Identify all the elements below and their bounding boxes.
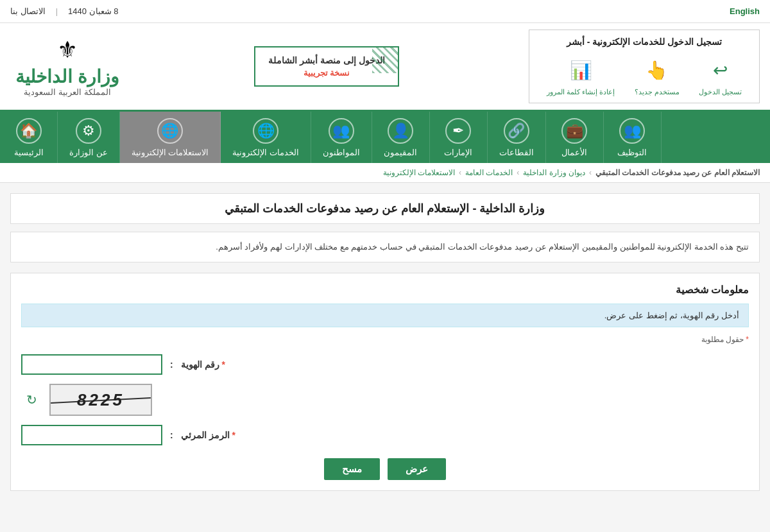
- register-icon: ↩: [705, 55, 735, 85]
- id-input[interactable]: [21, 354, 162, 375]
- id-colon: :: [170, 359, 173, 370]
- ministry-name: وزارة الداخلية: [15, 66, 119, 87]
- language-switch[interactable]: English: [730, 6, 760, 16]
- nav-mowatenoon[interactable]: 👥 المواطنون: [311, 112, 372, 163]
- breadcrumb-public-services[interactable]: الخدمات العامة: [465, 168, 513, 177]
- new-user-label: مستخدم جديد؟: [635, 88, 680, 96]
- about-icon: ⚙: [76, 118, 101, 144]
- page-description: تتيح هذه الخدمة الإلكترونية للمواطنين وا…: [10, 232, 760, 262]
- eservices-icon: 🌐: [253, 118, 278, 144]
- captcha-input[interactable]: [21, 425, 162, 445]
- nav-qetaat[interactable]: 🔗 القطاعات: [488, 112, 546, 163]
- nav-aamal[interactable]: 💼 الأعمال: [546, 112, 604, 163]
- emarat-label: الإمارات: [444, 148, 472, 157]
- page-title: وزارة الداخلية - الإستعلام العام عن رصيد…: [10, 193, 760, 224]
- absher-subtitle: نسخة تجريبية: [268, 68, 385, 78]
- nav-eservices[interactable]: 🌐 الخدمات الإلكترونية: [221, 112, 311, 163]
- reset-icon: 📊: [565, 55, 596, 85]
- aamal-icon: 💼: [561, 118, 587, 144]
- breadcrumb-sep1: ›: [459, 168, 461, 177]
- mowatenoon-label: المواطنون: [323, 148, 360, 157]
- einquiries-icon: 🌐: [157, 118, 183, 144]
- captcha-colon: :: [170, 430, 173, 440]
- new-user-icon: 👆: [642, 55, 672, 85]
- section-title: معلومات شخصية: [21, 284, 749, 296]
- nav-moqimoon[interactable]: 👤 المقيمون: [372, 112, 430, 163]
- login-icons: ↩ تسجيل الدخول 👆 مستخدم جديد؟ 📊 إعادة إن…: [540, 55, 749, 96]
- display-button[interactable]: عرض: [388, 458, 446, 480]
- nav-home[interactable]: 🏠 الرئيسية: [0, 112, 58, 163]
- captcha-row: 8225 ↻: [21, 384, 749, 416]
- nav-einquiries[interactable]: 🌐 الاستعلامات الإلكترونية: [120, 112, 221, 163]
- logo-area: ⚜ وزارة الداخلية المملكة العربية السعودي…: [0, 23, 135, 110]
- absher-banner: الدخول إلى منصة أبشر الشاملة نسخة تجريبي…: [135, 23, 518, 110]
- home-label: الرئيسية: [14, 148, 44, 157]
- id-label: * رقم الهوية: [181, 359, 227, 370]
- top-bar: English 8 شعبان 1440 | الاتصال بنا: [0, 0, 770, 23]
- header: تسجيل الدخول للخدمات الإلكترونية - أبشر …: [0, 23, 770, 112]
- nav-tozeef[interactable]: 👥 التوظيف: [604, 112, 662, 163]
- captcha-label: * الرمز المرئي: [181, 430, 237, 440]
- info-bar: أدخل رقم الهوية، ثم إضغط على عرض.: [21, 304, 749, 327]
- main-nav: 👥 التوظيف 💼 الأعمال 🔗 القطاعات ✒ الإمارا…: [0, 112, 770, 163]
- register-label: تسجيل الدخول: [699, 88, 742, 96]
- required-text: حقول مطلوبة: [701, 335, 744, 344]
- login-icon-reset[interactable]: 📊 إعادة إنشاء كلمة المرور: [547, 55, 615, 96]
- captcha-image: 8225: [49, 384, 152, 416]
- required-note: * حقول مطلوبة: [21, 335, 749, 344]
- login-box-title: تسجيل الدخول للخدمات الإلكترونية - أبشر: [540, 37, 749, 47]
- ministry-subtitle: المملكة العربية السعودية: [24, 87, 110, 97]
- login-icon-new-user[interactable]: 👆 مستخدم جديد؟: [635, 55, 680, 96]
- form-section: معلومات شخصية أدخل رقم الهوية، ثم إضغط ع…: [10, 273, 760, 491]
- separator1: |: [56, 6, 58, 16]
- eservices-label: الخدمات الإلكترونية: [232, 148, 299, 157]
- required-star: *: [746, 335, 749, 344]
- emarat-icon: ✒: [445, 118, 471, 144]
- date-label: 8 شعبان 1440: [68, 6, 118, 16]
- login-box: تسجيل الدخول للخدمات الإلكترونية - أبشر …: [529, 30, 760, 103]
- home-icon: 🏠: [16, 118, 42, 144]
- top-bar-right: 8 شعبان 1440 | الاتصال بنا: [10, 6, 118, 16]
- moqimoon-label: المقيمون: [384, 148, 417, 157]
- reset-label: إعادة إنشاء كلمة المرور: [547, 88, 615, 96]
- captcha-input-row: * الرمز المرئي :: [21, 425, 749, 445]
- breadcrumb: الاستعلامات الإلكترونية › الخدمات العامة…: [0, 163, 770, 183]
- absher-title: الدخول إلى منصة أبشر الشاملة: [268, 55, 385, 65]
- login-icon-register[interactable]: ↩ تسجيل الدخول: [699, 55, 742, 96]
- main-content: وزارة الداخلية - الإستعلام العام عن رصيد…: [0, 183, 770, 501]
- breadcrumb-diwan[interactable]: ديوان وزارة الداخلية: [523, 168, 585, 177]
- captcha-refresh-button[interactable]: ↻: [21, 390, 42, 410]
- breadcrumb-current: الاستعلام العام عن رصيد مدفوعات الخدمات …: [595, 168, 760, 177]
- clear-button[interactable]: مسح: [324, 458, 380, 480]
- tozeef-label: التوظيف: [617, 148, 647, 157]
- id-row: * رقم الهوية :: [21, 354, 749, 375]
- tozeef-icon: 👥: [619, 118, 645, 144]
- nav-about[interactable]: ⚙ عن الوزارة: [58, 112, 120, 163]
- breadcrumb-sep3: ›: [589, 168, 592, 177]
- form-buttons: عرض مسح: [21, 458, 749, 480]
- captcha-text: 8225: [77, 390, 124, 410]
- breadcrumb-einquiries[interactable]: الاستعلامات الإلكترونية: [383, 168, 455, 177]
- absher-box[interactable]: الدخول إلى منصة أبشر الشاملة نسخة تجريبي…: [254, 46, 399, 87]
- qetaat-label: القطاعات: [499, 148, 534, 157]
- moqimoon-icon: 👤: [388, 118, 413, 144]
- nav-emarat[interactable]: ✒ الإمارات: [430, 112, 488, 163]
- about-label: عن الوزارة: [69, 148, 108, 157]
- qetaat-icon: 🔗: [504, 118, 529, 144]
- einquiries-label: الاستعلامات الإلكترونية: [132, 148, 209, 157]
- aamal-label: الأعمال: [561, 148, 587, 157]
- id-star: *: [221, 359, 225, 370]
- captcha-star: *: [232, 430, 235, 440]
- mowatenoon-icon: 👥: [329, 118, 354, 144]
- ministry-emblem: ⚜: [57, 37, 78, 64]
- breadcrumb-sep2: ›: [517, 168, 519, 177]
- contact-link[interactable]: الاتصال بنا: [10, 6, 46, 16]
